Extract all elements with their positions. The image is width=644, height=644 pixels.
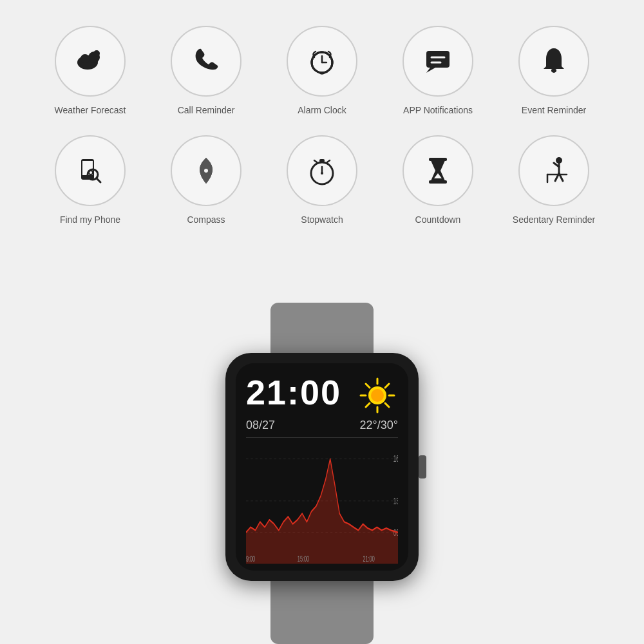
weather-forecast-icon-circle xyxy=(55,26,126,97)
crown-button xyxy=(419,455,426,478)
svg-point-40 xyxy=(371,389,384,402)
feature-stopwatch: Stopwatch xyxy=(274,135,370,225)
strap-top xyxy=(270,303,374,354)
svg-point-3 xyxy=(93,50,100,57)
compass-icon xyxy=(189,154,223,187)
alarm-icon xyxy=(305,44,339,78)
feature-event-reminder: Event Reminder xyxy=(506,26,602,116)
svg-point-22 xyxy=(204,169,208,173)
find-my-phone-label: Find my Phone xyxy=(60,214,120,225)
sedentary-reminder-label: Sedentary Reminder xyxy=(513,214,595,225)
strap-bottom xyxy=(270,580,374,644)
alarm-clock-icon-circle xyxy=(287,26,357,97)
feature-compass: Compass xyxy=(158,135,254,225)
countdown-label: Countdown xyxy=(415,214,461,225)
watch-time: 21:00 xyxy=(246,375,341,410)
watch-body: 21:00 xyxy=(225,353,419,581)
countdown-icon xyxy=(421,154,455,187)
feature-find-my-phone: Find my Phone xyxy=(42,135,138,225)
svg-line-48 xyxy=(366,403,370,407)
svg-line-47 xyxy=(385,384,389,388)
heart-rate-chart: 160 130 60 9:00 15:00 21:00 xyxy=(246,437,398,564)
features-section: Weather Forecast Call Reminder xyxy=(0,0,644,232)
svg-text:160: 160 xyxy=(393,453,398,464)
feature-app-notifications: APP Notifications xyxy=(390,26,486,116)
svg-point-27 xyxy=(321,172,323,175)
feature-countdown: Countdown xyxy=(390,135,486,225)
watch-container: 21:00 xyxy=(193,303,451,644)
event-reminder-icon-circle xyxy=(518,26,589,97)
watch-date: 08/27 xyxy=(246,419,275,432)
app-notifications-icon-circle xyxy=(402,26,473,97)
sedentary-icon-circle xyxy=(518,135,589,206)
sun-icon xyxy=(357,375,398,416)
time-weather-row: 21:00 xyxy=(246,375,398,416)
svg-line-45 xyxy=(366,384,370,388)
date-temp-row: 08/27 22°/30° xyxy=(246,419,398,432)
stopwatch-icon-circle xyxy=(287,135,357,206)
svg-rect-11 xyxy=(426,51,450,68)
watch-screen: 21:00 xyxy=(236,363,408,571)
call-reminder-label: Call Reminder xyxy=(178,104,235,116)
svg-point-2 xyxy=(80,54,90,63)
svg-rect-31 xyxy=(429,180,447,184)
svg-text:21:00: 21:00 xyxy=(363,554,375,564)
svg-text:15:00: 15:00 xyxy=(298,554,309,564)
features-row-1: Weather Forecast Call Reminder xyxy=(42,26,602,116)
watch-section: 21:00 xyxy=(0,309,644,644)
svg-text:130: 130 xyxy=(393,496,398,507)
call-icon xyxy=(189,44,223,78)
stopwatch-icon xyxy=(305,154,339,187)
svg-rect-30 xyxy=(429,158,447,161)
bell-icon xyxy=(537,44,571,78)
svg-rect-25 xyxy=(319,159,325,162)
feature-weather-forecast: Weather Forecast xyxy=(42,26,138,116)
alarm-clock-label: Alarm Clock xyxy=(298,104,346,116)
app-notifications-label: APP Notifications xyxy=(403,104,473,116)
compass-icon-circle xyxy=(171,135,242,206)
svg-point-16 xyxy=(552,69,556,73)
find-phone-icon xyxy=(73,154,107,187)
feature-call-reminder: Call Reminder xyxy=(158,26,254,116)
chart-svg: 160 130 60 9:00 15:00 21:00 xyxy=(246,438,398,564)
weather-forecast-label: Weather Forecast xyxy=(54,104,126,116)
call-reminder-icon-circle xyxy=(171,26,242,97)
features-row-2: Find my Phone Compass xyxy=(42,135,602,225)
weather-icon xyxy=(73,44,107,78)
svg-marker-55 xyxy=(246,459,398,564)
stopwatch-label: Stopwatch xyxy=(301,214,343,225)
feature-sedentary-reminder: Sedentary Reminder xyxy=(506,135,602,225)
svg-marker-12 xyxy=(426,68,435,73)
feature-alarm-clock: Alarm Clock xyxy=(274,26,370,116)
countdown-icon-circle xyxy=(402,135,473,206)
svg-text:9:00: 9:00 xyxy=(246,554,255,564)
compass-label: Compass xyxy=(187,214,225,225)
svg-line-29 xyxy=(327,160,330,162)
event-reminder-label: Event Reminder xyxy=(522,104,586,116)
watch-temp: 22°/30° xyxy=(360,419,398,432)
notification-icon xyxy=(421,44,455,78)
find-phone-icon-circle xyxy=(55,135,126,206)
svg-line-28 xyxy=(314,160,317,162)
svg-line-46 xyxy=(385,403,389,407)
sedentary-icon xyxy=(537,154,571,187)
svg-line-20 xyxy=(97,178,100,182)
